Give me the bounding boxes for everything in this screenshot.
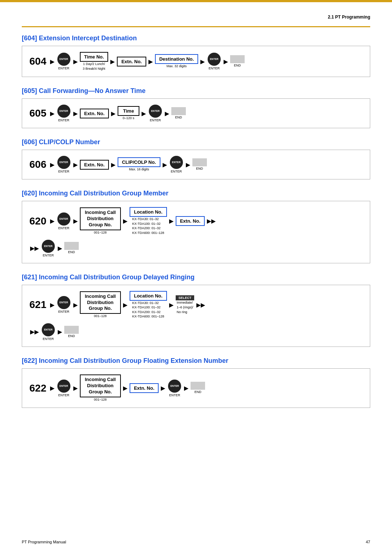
arrow-1: ▶ — [50, 58, 54, 65]
time-no-sub: 1 Day/2 Lunch/3 Break/4 Night — [83, 62, 105, 71]
arrow-621-5: ▶ — [58, 328, 62, 335]
code-621: 621 — [29, 299, 46, 311]
section-620-title: [620] Incoming Call Distribution Group M… — [22, 190, 370, 197]
extn-no-box-606: Extn. No. — [80, 160, 109, 170]
end-label-605: END — [175, 115, 182, 120]
end-stack-621: END — [64, 326, 79, 339]
arrow-622-2: ▶ — [73, 385, 78, 392]
diagram-606: 606 ▶ ENTER ENTER ▶ Extn. No. ▶ CLIP/COL… — [22, 150, 370, 179]
arrow-621-2: ▶ — [73, 301, 78, 308]
end-label-622: END — [195, 390, 201, 394]
icd-group-box-622: Incoming Call Distribution Group No. — [80, 374, 121, 397]
enter-btn-605-2: ENTER ENTER — [149, 105, 162, 122]
end-box-622 — [191, 382, 205, 390]
end-stack-605: END — [171, 107, 186, 120]
enter-circle-620-1: ENTER — [57, 212, 70, 226]
location-no-stack-620: Location No. KX-TDA30: 01–32 KX-TDA100: … — [130, 207, 167, 235]
diagram-620-row1: 620 ▶ ENTER ENTER ▶ Incoming Call Distri… — [29, 207, 363, 235]
arrow-605-1: ▶ — [50, 110, 54, 117]
select-stack-621: SELECT Immediate/ 1–6 (rings)/ No ring — [176, 295, 195, 314]
enter-circle-605-2: ENTER — [149, 105, 162, 118]
icd-group-box-621: Incoming Call Distribution Group No. — [80, 291, 121, 314]
footer-page: 47 — [366, 540, 370, 544]
diagram-604-row: 604 ▶ ENTER ENTER ▶ Time No. 1 Day/2 Lun… — [29, 52, 363, 71]
destination-no-stack: Destination No. Max. 32 digits — [155, 54, 198, 69]
double-arrow-620-2: ▶▶ — [30, 245, 39, 252]
diagram-606-row: 606 ▶ ENTER ENTER ▶ Extn. No. ▶ CLIP/COL… — [29, 156, 363, 173]
extn-no-box-620: Extn. No. — [176, 216, 205, 226]
enter-btn-604-2: ENTER ENTER — [208, 53, 221, 70]
enter-label-604-2: ENTER — [209, 66, 220, 70]
arrow-620-4: ▶ — [169, 218, 173, 224]
code-604: 604 — [29, 56, 46, 67]
section-621: [621] Incoming Call Distribution Group D… — [22, 274, 370, 347]
section-622: [622] Incoming Call Distribution Group F… — [22, 357, 370, 408]
destination-no-sub: Max. 32 digits — [167, 64, 187, 69]
arrow-620-1: ▶ — [50, 218, 54, 224]
section-604-title: [604] Extension Intercept Destination — [22, 35, 370, 42]
time-no-stack: Time No. 1 Day/2 Lunch/3 Break/4 Night — [80, 52, 109, 71]
arrow-606-1: ▶ — [50, 161, 54, 168]
arrow-620-5: ▶ — [58, 245, 62, 252]
footer-left: PT Programming Manual — [22, 540, 66, 544]
group-no-sub-620: 001–128 — [94, 230, 107, 235]
group-no-sub-622: 001–128 — [94, 397, 107, 402]
enter-label-622-1: ENTER — [58, 393, 69, 397]
double-arrow-621: ▶▶ — [196, 301, 205, 308]
diagram-622: 622 ▶ ENTER ENTER ▶ Incoming Call Distri… — [22, 368, 370, 408]
arrow-621-1: ▶ — [50, 301, 54, 308]
code-622: 622 — [29, 382, 46, 394]
icd-group-stack-620: Incoming Call Distribution Group No. 001… — [80, 207, 121, 235]
icd-group-box-620: Incoming Call Distribution Group No. — [80, 207, 121, 230]
end-stack-622: END — [191, 382, 205, 394]
arrow-622-1: ▶ — [50, 385, 54, 392]
section-605-title: [605] Call Forwarding—No Answer Time — [22, 87, 370, 95]
enter-circle-621-1: ENTER — [57, 296, 70, 309]
location-range-621: KX-TDA30: 01–32 KX-TDA100: 01–32 KX-TDA2… — [132, 301, 164, 319]
diagram-605-row: 605 ▶ ENTER ENTER ▶ Extn. No. ▶ Time — [29, 105, 363, 122]
arrow-3: ▶ — [110, 58, 115, 65]
enter-circle-621-2: ENTER — [42, 323, 55, 336]
end-box-620 — [64, 242, 79, 250]
enter-circle-605-1: ENTER — [57, 105, 70, 118]
diagram-621-row2: ▶▶ ENTER ENTER ▶ END — [29, 323, 363, 341]
destination-no-box: Destination No. — [155, 54, 198, 64]
end-label-606: END — [196, 166, 203, 171]
diagram-620-row2: ▶▶ ENTER ENTER ▶ END — [29, 240, 363, 257]
enter-btn-605-1: ENTER ENTER — [57, 105, 70, 122]
end-label-621: END — [68, 334, 75, 339]
enter-btn-620-1: ENTER ENTER — [57, 212, 70, 230]
enter-btn-606-1: ENTER ENTER — [57, 156, 70, 173]
enter-label-622-2: ENTER — [169, 393, 180, 397]
enter-label-605-1: ENTER — [58, 118, 69, 122]
enter-circle-606-1: ENTER — [57, 156, 70, 169]
enter-label-605-2: ENTER — [150, 118, 161, 122]
location-no-stack-621: Location No. KX-TDA30: 01–32 KX-TDA100: … — [130, 291, 167, 319]
arrow-621-3: ▶ — [123, 301, 127, 308]
clip-colp-box: CLIP/COLP No. — [118, 157, 160, 167]
enter-btn-622-1: ENTER ENTER — [57, 380, 70, 397]
enter-circle-622-1: ENTER — [57, 380, 70, 393]
end-stack-604: END — [230, 55, 245, 68]
enter-label-606-1: ENTER — [58, 170, 69, 173]
code-620: 620 — [29, 215, 46, 227]
extn-no-box-605: Extn. No. — [80, 109, 109, 118]
arrow-6: ▶ — [224, 58, 228, 65]
double-arrow-621-2: ▶▶ — [30, 328, 39, 335]
time-box-605: Time — [118, 106, 139, 116]
arrow-620-3: ▶ — [123, 218, 127, 224]
arrow-606-4: ▶ — [163, 161, 167, 168]
arrow-5: ▶ — [200, 58, 205, 65]
enter-label-620-2: ENTER — [43, 254, 54, 257]
diagram-622-row: 622 ▶ ENTER ENTER ▶ Incoming Call Distri… — [29, 374, 363, 402]
clip-colp-stack: CLIP/COLP No. Max. 16 digits — [118, 157, 160, 172]
arrow-2: ▶ — [73, 58, 78, 65]
section-621-title: [621] Incoming Call Distribution Group D… — [22, 274, 370, 281]
top-bar — [0, 0, 392, 2]
enter-btn-620-2: ENTER ENTER — [42, 240, 55, 257]
enter-btn-621-2: ENTER ENTER — [42, 323, 55, 341]
clip-colp-sub: Max. 16 digits — [129, 167, 149, 172]
arrow-622-3: ▶ — [123, 385, 127, 392]
end-box-606 — [192, 158, 207, 166]
arrow-606-2: ▶ — [73, 161, 78, 168]
